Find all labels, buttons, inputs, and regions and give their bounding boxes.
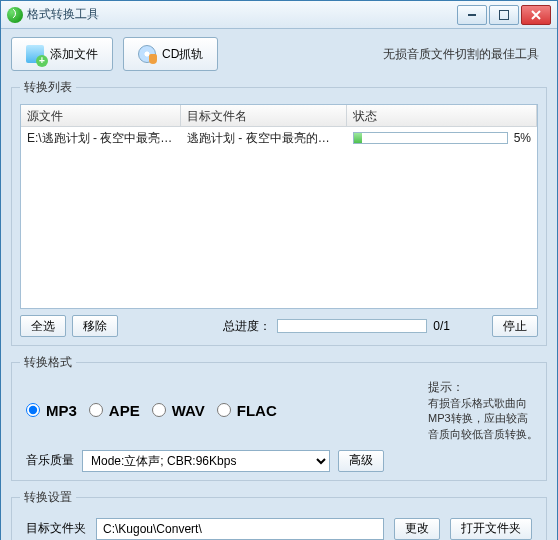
quality-select[interactable]: Mode:立体声; CBR:96Kbps: [82, 450, 330, 472]
cd-icon: [138, 45, 156, 63]
dest-label: 目标文件夹: [26, 520, 86, 537]
total-progress-label: 总进度：: [223, 318, 271, 335]
cd-rip-label: CD抓轨: [162, 46, 203, 63]
open-folder-button[interactable]: 打开文件夹: [450, 518, 532, 540]
app-window: 格式转换工具 添加文件 CD抓轨 无损音质文件切割的最佳工具 转换列表 源文件 …: [0, 0, 558, 540]
col-status[interactable]: 状态: [347, 105, 537, 126]
convert-list-group: 转换列表 源文件 目标文件名 状态 E:\逃跑计划 - 夜空中最亮… 逃跑计划 …: [11, 79, 547, 346]
remove-button[interactable]: 移除: [72, 315, 118, 337]
total-progress-bar: [277, 319, 427, 333]
col-source[interactable]: 源文件: [21, 105, 181, 126]
format-radio-label: MP3: [46, 402, 77, 419]
list-controls: 全选 移除 总进度： 0/1 停止: [20, 315, 538, 337]
maximize-button[interactable]: [489, 5, 519, 25]
add-file-icon: [26, 45, 44, 63]
quality-row: 音乐质量 Mode:立体声; CBR:96Kbps 高级: [20, 450, 538, 472]
dest-path-input[interactable]: [96, 518, 384, 540]
list-body: E:\逃跑计划 - 夜空中最亮… 逃跑计划 - 夜空中最亮的星… 5%: [21, 127, 537, 149]
toolbar: 添加文件 CD抓轨 无损音质文件切割的最佳工具: [1, 29, 557, 71]
list-row[interactable]: E:\逃跑计划 - 夜空中最亮… 逃跑计划 - 夜空中最亮的星… 5%: [21, 127, 537, 149]
row-progress-fill: [354, 133, 362, 143]
cd-rip-button[interactable]: CD抓轨: [123, 37, 218, 71]
minimize-button[interactable]: [457, 5, 487, 25]
quality-label: 音乐质量: [26, 452, 74, 469]
format-radio-label: WAV: [172, 402, 205, 419]
format-radio-mp3[interactable]: MP3: [26, 402, 77, 419]
format-radio-input-wav[interactable]: [152, 403, 166, 417]
col-target[interactable]: 目标文件名: [181, 105, 347, 126]
hint-box: 提示： 有损音乐格式歌曲向MP3转换，应由较高音质向较低音质转换。: [428, 379, 538, 442]
format-radio-ape[interactable]: APE: [89, 402, 140, 419]
hint-body: 有损音乐格式歌曲向MP3转换，应由较高音质向较低音质转换。: [428, 396, 538, 442]
format-radio-input-mp3[interactable]: [26, 403, 40, 417]
window-title: 格式转换工具: [27, 6, 99, 23]
close-button[interactable]: [521, 5, 551, 25]
file-list[interactable]: 源文件 目标文件名 状态 E:\逃跑计划 - 夜空中最亮… 逃跑计划 - 夜空中…: [20, 104, 538, 309]
format-radio-flac[interactable]: FLAC: [217, 402, 277, 419]
row-progress-text: 5%: [514, 131, 531, 145]
advanced-button[interactable]: 高级: [338, 450, 384, 472]
format-radio-label: FLAC: [237, 402, 277, 419]
cell-status: 5%: [347, 131, 537, 145]
settings-legend: 转换设置: [20, 489, 76, 506]
format-radio-wav[interactable]: WAV: [152, 402, 205, 419]
format-radio-input-flac[interactable]: [217, 403, 231, 417]
format-radio-input-ape[interactable]: [89, 403, 103, 417]
hint-title: 提示：: [428, 379, 538, 396]
cell-source: E:\逃跑计划 - 夜空中最亮…: [21, 130, 181, 147]
format-group: 转换格式 MP3APEWAVFLAC 提示： 有损音乐格式歌曲向MP3转换，应由…: [11, 354, 547, 481]
app-icon: [7, 7, 23, 23]
settings-group: 转换设置 目标文件夹 更改 打开文件夹 任务优先级 加速处理（较快） 目标文件存…: [11, 489, 547, 540]
row-progress-bar: [353, 132, 508, 144]
dest-row: 目标文件夹 更改 打开文件夹: [20, 518, 538, 540]
change-folder-button[interactable]: 更改: [394, 518, 440, 540]
select-all-button[interactable]: 全选: [20, 315, 66, 337]
format-legend: 转换格式: [20, 354, 76, 371]
titlebar: 格式转换工具: [1, 1, 557, 29]
list-header: 源文件 目标文件名 状态: [21, 105, 537, 127]
stop-button[interactable]: 停止: [492, 315, 538, 337]
add-file-label: 添加文件: [50, 46, 98, 63]
format-options-row: MP3APEWAVFLAC 提示： 有损音乐格式歌曲向MP3转换，应由较高音质向…: [20, 379, 538, 442]
convert-list-legend: 转换列表: [20, 79, 76, 96]
add-file-button[interactable]: 添加文件: [11, 37, 113, 71]
total-progress-text: 0/1: [433, 319, 450, 333]
format-radio-label: APE: [109, 402, 140, 419]
slogan-text: 无损音质文件切割的最佳工具: [383, 46, 539, 63]
cell-target: 逃跑计划 - 夜空中最亮的星…: [181, 130, 347, 147]
